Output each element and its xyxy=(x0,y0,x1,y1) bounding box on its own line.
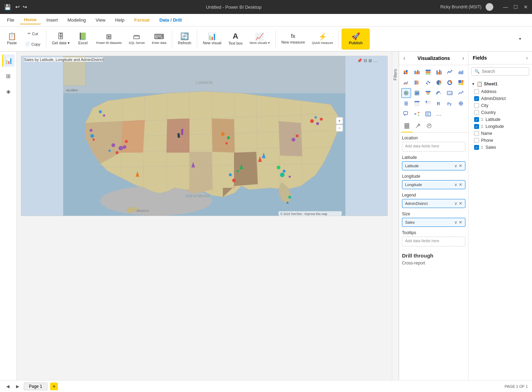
redo-icon[interactable]: ↪ xyxy=(23,4,27,10)
size-filled[interactable]: Sales ∨ ✕ xyxy=(402,218,465,227)
close-button[interactable]: ✕ xyxy=(524,4,528,10)
longitude-expand-btn[interactable]: ∨ xyxy=(454,182,457,187)
viz-filled-map[interactable] xyxy=(412,88,422,98)
field-sales[interactable]: ✓ Σ Sales xyxy=(471,144,529,151)
field-longitude[interactable]: ✓ Σ Longitude xyxy=(471,123,529,130)
longitude-checkbox[interactable]: ✓ xyxy=(474,124,479,129)
map-more-icon[interactable]: … xyxy=(373,58,378,63)
size-expand-btn[interactable]: ∨ xyxy=(454,220,457,225)
copy-button[interactable]: 📄Copy xyxy=(22,39,43,49)
field-phone[interactable]: Phone xyxy=(471,137,529,144)
menu-file[interactable]: File xyxy=(3,16,18,24)
new-visual-button[interactable]: 📊 New visual xyxy=(200,29,224,49)
viz-more[interactable]: … xyxy=(434,109,444,119)
viz-card[interactable]: 123 xyxy=(445,88,455,98)
fields-expand-button[interactable]: › xyxy=(526,55,528,61)
viz-slicer[interactable] xyxy=(401,99,411,108)
model-view-button[interactable]: ◈ xyxy=(2,85,15,98)
page-1-tab[interactable]: Page 1 xyxy=(24,383,47,390)
viz-treemap[interactable] xyxy=(456,78,466,87)
report-view-button[interactable]: 📊 xyxy=(2,54,15,67)
maximize-button[interactable]: ☐ xyxy=(514,4,518,10)
menu-home[interactable]: Home xyxy=(20,16,41,24)
viz-smart-narrative[interactable] xyxy=(423,109,433,119)
latitude-remove-btn[interactable]: ✕ xyxy=(459,163,462,168)
viz-funnel[interactable] xyxy=(423,88,433,98)
page-prev-button[interactable]: ◀ xyxy=(4,383,11,390)
viz-stacked-bar[interactable] xyxy=(401,67,411,77)
viz-ribbon[interactable] xyxy=(412,78,422,87)
viz-py-visual[interactable]: Py xyxy=(445,99,455,108)
viz-qa[interactable] xyxy=(401,109,411,119)
menu-format[interactable]: Format xyxy=(130,16,154,24)
viz-custom[interactable] xyxy=(456,99,466,108)
viz-panel-forward-button[interactable]: › xyxy=(462,55,464,61)
quick-measure-button[interactable]: ⚡ Quick measure xyxy=(309,29,336,49)
latitude-checkbox[interactable]: ✓ xyxy=(474,117,479,122)
menu-data-drill[interactable]: Data / Drill xyxy=(155,16,186,24)
legend-remove-btn[interactable]: ✕ xyxy=(459,201,462,206)
viz-gauge[interactable] xyxy=(434,88,444,98)
menu-help[interactable]: Help xyxy=(111,16,129,24)
viz-tab-fields[interactable] xyxy=(401,121,412,132)
viz-table[interactable] xyxy=(412,99,422,108)
cut-button[interactable]: ✂Cut xyxy=(22,29,43,39)
size-remove-btn[interactable]: ✕ xyxy=(459,220,462,225)
data-view-button[interactable]: ⊞ xyxy=(2,70,15,82)
fields-search-input[interactable] xyxy=(482,69,526,74)
more-visuals-button[interactable]: 📈 More visuals ▾ xyxy=(247,29,273,49)
map-pin-icon[interactable]: 📌 xyxy=(357,58,362,63)
viz-tab-analytics[interactable] xyxy=(424,121,435,132)
power-bi-datasets-button[interactable]: ⊞ Power BI datasets xyxy=(93,29,124,49)
map-area[interactable]: Gulf of Mexico MEXICO xyxy=(21,56,387,216)
viz-matrix[interactable] xyxy=(423,99,433,108)
menu-modeling[interactable]: Modeling xyxy=(63,16,90,24)
sql-server-button[interactable]: 🗃 SQL Server xyxy=(126,29,148,49)
legend-expand-btn[interactable]: ∨ xyxy=(454,201,457,206)
viz-decomp-tree[interactable] xyxy=(412,109,422,119)
address-checkbox[interactable] xyxy=(474,89,479,94)
viz-clustered-col[interactable] xyxy=(434,67,444,77)
city-checkbox[interactable] xyxy=(474,103,479,108)
latitude-filled[interactable]: Latitude ∨ ✕ xyxy=(402,161,465,170)
table-header-sheet1[interactable]: ▼ 📋 Sheet1 xyxy=(471,80,529,88)
sales-checkbox[interactable]: ✓ xyxy=(474,145,479,150)
field-latitude[interactable]: ✓ Σ Latitude xyxy=(471,116,529,123)
add-page-button[interactable]: + xyxy=(50,383,58,390)
viz-area[interactable] xyxy=(456,67,466,77)
viz-map[interactable] xyxy=(401,88,411,98)
tooltips-drop[interactable]: Add data fields here xyxy=(402,237,465,246)
longitude-remove-btn[interactable]: ✕ xyxy=(459,182,462,187)
latitude-expand-btn[interactable]: ∨ xyxy=(454,163,457,168)
longitude-filled[interactable]: Longitude ∨ ✕ xyxy=(402,180,465,189)
name-checkbox[interactable] xyxy=(474,131,479,136)
viz-kpi[interactable] xyxy=(456,88,466,98)
viz-stacked-col[interactable] xyxy=(423,67,433,77)
viz-panel-back-button[interactable]: ‹ xyxy=(403,55,405,61)
viz-scatter[interactable] xyxy=(423,78,433,87)
undo-icon[interactable]: ↩ xyxy=(15,4,20,10)
page-next-button[interactable]: ▶ xyxy=(14,383,21,390)
location-drop[interactable]: Add data fields here xyxy=(402,142,465,152)
viz-tab-format[interactable] xyxy=(412,121,424,132)
viz-clustered-bar[interactable] xyxy=(412,67,422,77)
viz-donut[interactable] xyxy=(445,78,455,87)
ribbon-expand-button[interactable]: ▾ xyxy=(511,29,529,49)
new-measure-button[interactable]: fx New measure xyxy=(279,29,308,49)
user-avatar[interactable] xyxy=(486,3,493,11)
minimize-button[interactable]: — xyxy=(503,4,508,10)
field-admindistrict[interactable]: ✓ AdminDistrict xyxy=(471,95,529,102)
field-address[interactable]: Address xyxy=(471,88,529,95)
field-country[interactable]: Country xyxy=(471,109,529,116)
viz-r-visual[interactable]: R xyxy=(434,99,444,108)
menu-view[interactable]: View xyxy=(91,16,109,24)
phone-checkbox[interactable] xyxy=(474,138,479,143)
publish-button[interactable]: 🚀 Publish xyxy=(342,29,370,49)
map-expand-icon[interactable]: ⊞ xyxy=(368,58,372,63)
refresh-button[interactable]: 🔄 Refresh xyxy=(175,29,194,49)
enter-data-button[interactable]: ⌨ Enter data xyxy=(149,29,169,49)
viz-line-stacked[interactable] xyxy=(401,78,411,87)
country-checkbox[interactable] xyxy=(474,110,479,115)
map-filter-icon[interactable]: ⊟ xyxy=(364,58,367,63)
field-city[interactable]: City xyxy=(471,102,529,109)
